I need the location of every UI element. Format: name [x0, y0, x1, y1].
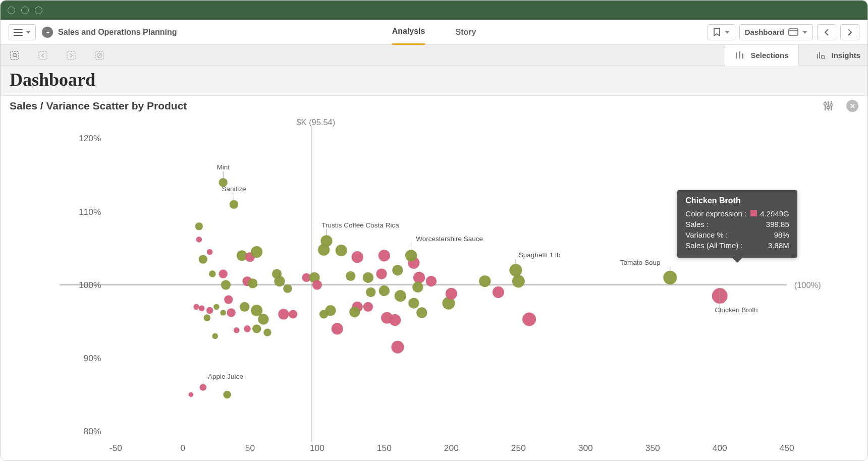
point-worcestershire-sauce[interactable]	[405, 250, 417, 261]
point[interactable]	[395, 290, 406, 302]
sheet-icon	[788, 28, 798, 36]
point-tomato-soup[interactable]	[663, 271, 677, 284]
bookmarks-button[interactable]	[708, 24, 735, 40]
point[interactable]	[413, 272, 425, 283]
svg-point-20	[830, 104, 833, 106]
point[interactable]	[412, 282, 423, 293]
point[interactable]	[224, 295, 233, 304]
selections-icon	[735, 51, 744, 60]
point-spaghetti-1-lb[interactable]	[509, 264, 522, 276]
point[interactable]	[213, 304, 220, 310]
step-back-icon[interactable]	[36, 48, 50, 63]
point[interactable]	[332, 323, 343, 334]
svg-rect-6	[67, 51, 75, 60]
window-title-bar	[1, 1, 867, 20]
traffic-light-max[interactable]	[35, 7, 42, 14]
point[interactable]	[193, 304, 199, 310]
clear-selections-icon[interactable]	[92, 48, 106, 63]
point[interactable]	[378, 250, 390, 261]
point[interactable]	[263, 328, 271, 336]
point[interactable]	[274, 276, 285, 286]
point[interactable]	[199, 305, 205, 311]
point[interactable]	[196, 237, 202, 243]
point[interactable]	[493, 286, 504, 298]
step-forward-icon[interactable]	[64, 48, 78, 63]
point[interactable]	[248, 278, 257, 288]
next-sheet-button[interactable]	[840, 24, 859, 40]
svg-line-14	[824, 58, 825, 59]
point[interactable]	[363, 272, 373, 283]
point[interactable]	[319, 310, 328, 318]
point[interactable]	[512, 275, 525, 287]
traffic-light-close[interactable]	[8, 7, 15, 14]
svg-rect-11	[739, 51, 740, 59]
point[interactable]	[212, 333, 218, 339]
sliders-icon[interactable]	[823, 100, 833, 111]
svg-text:90%: 90%	[84, 353, 101, 363]
point[interactable]	[221, 280, 231, 290]
point[interactable]	[283, 284, 292, 293]
global-menu-button[interactable]	[9, 24, 36, 40]
point[interactable]	[426, 276, 437, 286]
sheet-header: Dashboard	[1, 66, 867, 96]
point[interactable]	[199, 255, 207, 263]
svg-text:100: 100	[310, 443, 324, 453]
point[interactable]	[289, 310, 297, 318]
chevron-left-icon	[824, 29, 829, 36]
point[interactable]	[195, 222, 203, 230]
point[interactable]	[223, 391, 231, 398]
point[interactable]	[522, 312, 536, 326]
point[interactable]	[379, 285, 390, 296]
svg-text:0: 0	[181, 443, 186, 453]
insights-icon	[816, 51, 825, 60]
point[interactable]	[234, 327, 240, 333]
point[interactable]	[346, 271, 355, 281]
point[interactable]	[336, 245, 347, 256]
insights-panel-button[interactable]: Insights	[816, 51, 860, 60]
point[interactable]	[219, 269, 227, 278]
point[interactable]	[392, 265, 403, 275]
point[interactable]	[312, 280, 322, 290]
point[interactable]	[240, 302, 249, 312]
point[interactable]	[207, 249, 213, 255]
point[interactable]	[258, 314, 268, 324]
point[interactable]	[244, 325, 251, 332]
point[interactable]	[209, 270, 216, 277]
point[interactable]	[408, 298, 419, 308]
point[interactable]	[376, 268, 387, 279]
point[interactable]	[206, 307, 213, 314]
point[interactable]	[278, 309, 289, 319]
point-sanitize[interactable]	[230, 200, 238, 209]
bookmark-icon	[713, 28, 721, 36]
selections-panel-button[interactable]: Selections	[725, 45, 799, 66]
sheet-selector[interactable]: Dashboard	[739, 24, 813, 40]
chevron-down-icon	[26, 31, 31, 34]
insights-label: Insights	[831, 51, 860, 60]
point[interactable]	[416, 307, 427, 318]
point[interactable]	[389, 314, 401, 326]
close-fullscreen-button[interactable]: ✕	[846, 100, 858, 112]
point[interactable]	[446, 288, 457, 300]
svg-text:Mint: Mint	[216, 163, 230, 171]
tab-story[interactable]: Story	[455, 20, 476, 45]
point[interactable]	[220, 310, 226, 316]
scatter-plot[interactable]: (100%)$K (95.54)80%90%100%110%120%-50050…	[1, 119, 867, 460]
point[interactable]	[349, 307, 360, 317]
point[interactable]	[227, 308, 235, 317]
tab-analysis[interactable]: Analysis	[392, 20, 425, 45]
point-apple-juice[interactable]	[200, 384, 207, 391]
point[interactable]	[479, 275, 491, 287]
smart-search-icon[interactable]	[8, 48, 22, 63]
svg-text:250: 250	[511, 443, 526, 453]
point-trustis-coffee-costa-rica[interactable]	[320, 235, 332, 247]
point[interactable]	[366, 287, 375, 297]
point[interactable]	[363, 302, 373, 312]
point[interactable]	[391, 341, 404, 354]
point[interactable]	[204, 314, 211, 321]
point[interactable]	[352, 251, 363, 263]
point[interactable]	[252, 324, 261, 333]
prev-sheet-button[interactable]	[817, 24, 836, 40]
traffic-light-min[interactable]	[21, 7, 29, 14]
point[interactable]	[251, 246, 262, 258]
point[interactable]	[189, 392, 194, 397]
